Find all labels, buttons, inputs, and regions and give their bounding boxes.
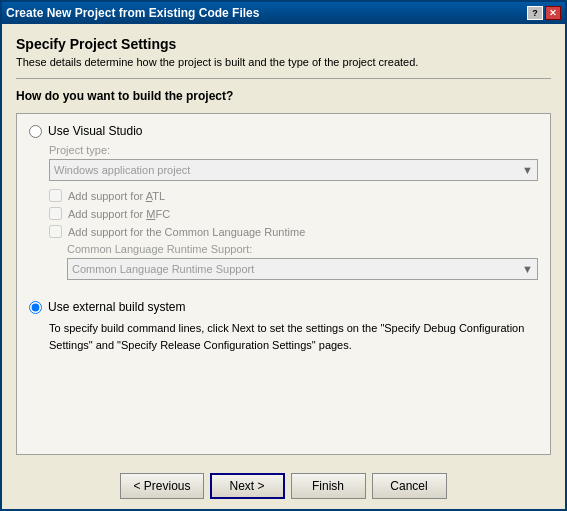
project-type-dropdown-row: Windows application project ▼ [49,159,538,181]
next-button[interactable]: Next > [210,473,285,499]
project-type-dropdown: Windows application project ▼ [49,159,538,181]
dialog-window: Create New Project from Existing Code Fi… [0,0,567,511]
project-type-section: Project type: Windows application projec… [49,144,538,288]
clr-dropdown-arrow-icon: ▼ [522,263,533,275]
help-button[interactable]: ? [527,6,543,20]
dropdown-arrow-icon: ▼ [522,164,533,176]
atl-checkbox[interactable] [49,189,62,202]
clr-support-label: Common Language Runtime Support: [67,243,538,255]
finish-button[interactable]: Finish [291,473,366,499]
options-area: Use Visual Studio Project type: Windows … [16,113,551,455]
visual-studio-radio-row: Use Visual Studio [29,124,538,138]
clr-support-dropdown: Common Language Runtime Support ▼ [67,258,538,280]
visual-studio-label[interactable]: Use Visual Studio [48,124,143,138]
previous-button[interactable]: < Previous [120,473,203,499]
atl-checkbox-row: Add support for ATL [49,189,538,202]
clr-support-value: Common Language Runtime Support [72,263,254,275]
close-button[interactable]: ✕ [545,6,561,20]
dialog-content: Specify Project Settings These details d… [2,24,565,465]
mfc-label: Add support for MFC [68,208,170,220]
section-desc: These details determine how the project … [16,56,551,68]
project-type-label: Project type: [49,144,538,156]
section-title: Specify Project Settings [16,36,551,52]
button-bar: < Previous Next > Finish Cancel [2,465,565,509]
title-bar: Create New Project from Existing Code Fi… [2,2,565,24]
mfc-checkbox[interactable] [49,207,62,220]
clr-support-section: Common Language Runtime Support: Common … [67,243,538,280]
divider [16,78,551,79]
cancel-button[interactable]: Cancel [372,473,447,499]
external-description: To specify build command lines, click Ne… [49,320,538,353]
mfc-checkbox-row: Add support for MFC [49,207,538,220]
external-radio-row: Use external build system [29,300,538,314]
clr-support-dropdown-row: Common Language Runtime Support ▼ [67,258,538,280]
title-bar-controls: ? ✕ [527,6,561,20]
clr-label: Add support for the Common Language Runt… [68,226,305,238]
external-build-section: Use external build system To specify bui… [29,300,538,353]
visual-studio-radio[interactable] [29,125,42,138]
clr-checkbox[interactable] [49,225,62,238]
dialog-title: Create New Project from Existing Code Fi… [6,6,259,20]
project-type-value: Windows application project [54,164,190,176]
external-label[interactable]: Use external build system [48,300,185,314]
question-label: How do you want to build the project? [16,89,551,103]
clr-checkbox-row: Add support for the Common Language Runt… [49,225,538,238]
external-radio[interactable] [29,301,42,314]
atl-label: Add support for ATL [68,190,165,202]
